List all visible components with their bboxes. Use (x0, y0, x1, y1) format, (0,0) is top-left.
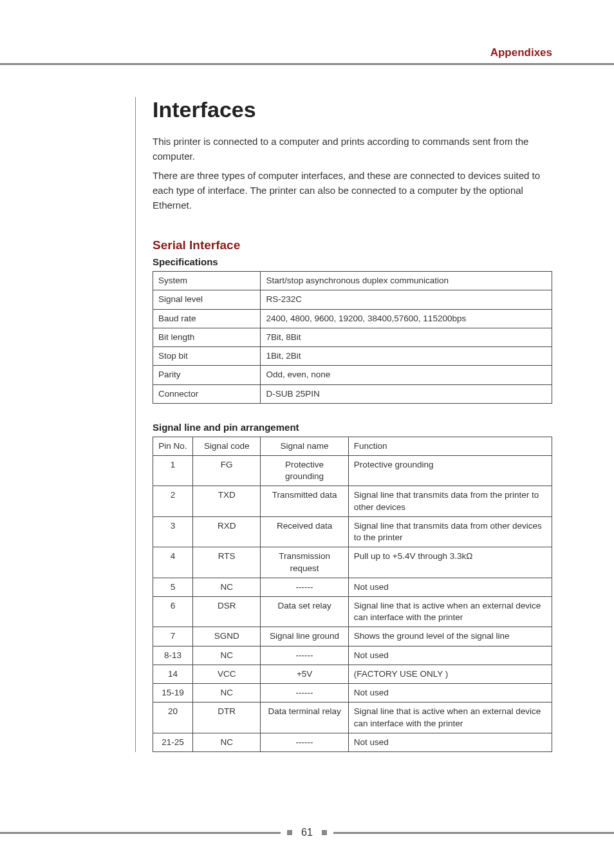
table-row: 5NC------Not used (153, 578, 552, 596)
function: Signal line that transmits data from the… (348, 486, 552, 516)
pin-no: 6 (153, 596, 193, 627)
signal-code: NC (193, 578, 261, 596)
function: Signal line that transmits data from oth… (348, 516, 552, 547)
page-title: Interfaces (153, 97, 552, 122)
signal-name: ------ (261, 578, 348, 596)
spec-value: Start/stop asynchronous duplex communica… (261, 272, 552, 290)
pin-no: 20 (153, 703, 193, 733)
signal-code: DSR (193, 596, 261, 627)
spec-value: 7Bit, 8Bit (261, 328, 552, 346)
signal-name: ------ (261, 684, 348, 703)
signal-name: Protective grounding (261, 456, 348, 486)
vertical-rule (135, 97, 136, 752)
spec-value: Odd, even, none (261, 366, 552, 384)
table-header-row: Pin No. Signal code Signal name Function (153, 437, 552, 455)
table-row: ConnectorD-SUB 25PIN (153, 384, 552, 403)
col-header-pin-no: Pin No. (153, 437, 193, 455)
function: Protective grounding (348, 456, 552, 486)
table-row: 14VCC+5V(FACTORY USE ONLY ) (153, 665, 552, 683)
table-row: 20DTRData terminal relaySignal line that… (153, 703, 552, 733)
table-row: ParityOdd, even, none (153, 366, 552, 384)
function: Shows the ground level of the signal lin… (348, 627, 552, 646)
signal-name: Signal line ground (261, 627, 348, 646)
header-rule (0, 63, 614, 65)
signal-name: Data terminal relay (261, 703, 348, 733)
signal-code: FG (193, 456, 261, 486)
function: (FACTORY USE ONLY ) (348, 665, 552, 683)
spec-key: Signal level (153, 290, 261, 309)
table-row: Bit length7Bit, 8Bit (153, 328, 552, 346)
table-row: 2TXDTransmitted dataSignal line that tra… (153, 486, 552, 516)
function: Not used (348, 578, 552, 596)
signal-code: NC (193, 646, 261, 665)
pin-no: 5 (153, 578, 193, 596)
col-header-signal-name: Signal name (261, 437, 348, 455)
spec-value: 2400, 4800, 9600, 19200, 38400,57600, 11… (261, 309, 552, 328)
function: Pull up to +5.4V through 3.3kΩ (348, 547, 552, 578)
pin-no: 21-25 (153, 733, 193, 751)
spec-value: D-SUB 25PIN (261, 384, 552, 403)
col-header-function: Function (348, 437, 552, 455)
signal-name: Data set relay (261, 596, 348, 627)
signal-code: RXD (193, 516, 261, 547)
footer-ornament-icon (287, 830, 292, 835)
pin-no: 4 (153, 547, 193, 578)
pin-no: 15-19 (153, 684, 193, 703)
intro-paragraph-2: There are three types of computer interf… (153, 168, 552, 213)
pin-arrangement-table: Pin No. Signal code Signal name Function… (153, 437, 552, 752)
page-number: 61 (299, 827, 315, 838)
signal-code: NC (193, 733, 261, 751)
table-row: Stop bit1Bit, 2Bit (153, 347, 552, 366)
table-row: 8-13NC------Not used (153, 646, 552, 665)
pin-no: 3 (153, 516, 193, 547)
function: Not used (348, 684, 552, 703)
signal-name: Received data (261, 516, 348, 547)
spec-key: Stop bit (153, 347, 261, 366)
signal-name: ------ (261, 733, 348, 751)
table-row: 6DSRData set relaySignal line that is ac… (153, 596, 552, 627)
signal-name: ------ (261, 646, 348, 665)
pin-no: 8-13 (153, 646, 193, 665)
signal-code: NC (193, 684, 261, 703)
signal-code: SGND (193, 627, 261, 646)
function: Signal line that is active when an exter… (348, 596, 552, 627)
signal-name: +5V (261, 665, 348, 683)
intro-paragraph-1: This printer is connected to a computer … (153, 134, 552, 164)
table-row: 15-19NC------Not used (153, 684, 552, 703)
pin-no: 1 (153, 456, 193, 486)
signal-code: RTS (193, 547, 261, 578)
subheading-pin-arrangement: Signal line and pin arrangement (153, 422, 552, 433)
subheading-specifications: Specifications (153, 256, 552, 267)
table-row: Signal levelRS-232C (153, 290, 552, 309)
signal-name: Transmission request (261, 547, 348, 578)
spec-key: Baud rate (153, 309, 261, 328)
table-row: 3RXDReceived dataSignal line that transm… (153, 516, 552, 547)
spec-key: Bit length (153, 328, 261, 346)
table-row: Baud rate2400, 4800, 9600, 19200, 38400,… (153, 309, 552, 328)
signal-code: DTR (193, 703, 261, 733)
table-row: 21-25NC------Not used (153, 733, 552, 751)
function: Not used (348, 646, 552, 665)
table-row: 7SGNDSignal line groundShows the ground … (153, 627, 552, 646)
section-title-serial: Serial Interface (153, 238, 552, 252)
function: Not used (348, 733, 552, 751)
spec-key: Connector (153, 384, 261, 403)
col-header-signal-code: Signal code (193, 437, 261, 455)
running-head: Appendixes (0, 0, 614, 63)
spec-key: Parity (153, 366, 261, 384)
pin-no: 2 (153, 486, 193, 516)
function: Signal line that is active when an exter… (348, 703, 552, 733)
footer-ornament-icon (322, 830, 327, 835)
page-footer: 61 (0, 827, 614, 838)
footer-rule-right (333, 832, 614, 834)
signal-code: TXD (193, 486, 261, 516)
spec-key: System (153, 272, 261, 290)
footer-rule-left (0, 832, 281, 834)
table-row: 4RTSTransmission requestPull up to +5.4V… (153, 547, 552, 578)
table-row: 1FGProtective groundingProtective ground… (153, 456, 552, 486)
pin-no: 7 (153, 627, 193, 646)
specifications-table: SystemStart/stop asynchronous duplex com… (153, 271, 552, 404)
signal-name: Transmitted data (261, 486, 348, 516)
spec-value: RS-232C (261, 290, 552, 309)
pin-no: 14 (153, 665, 193, 683)
